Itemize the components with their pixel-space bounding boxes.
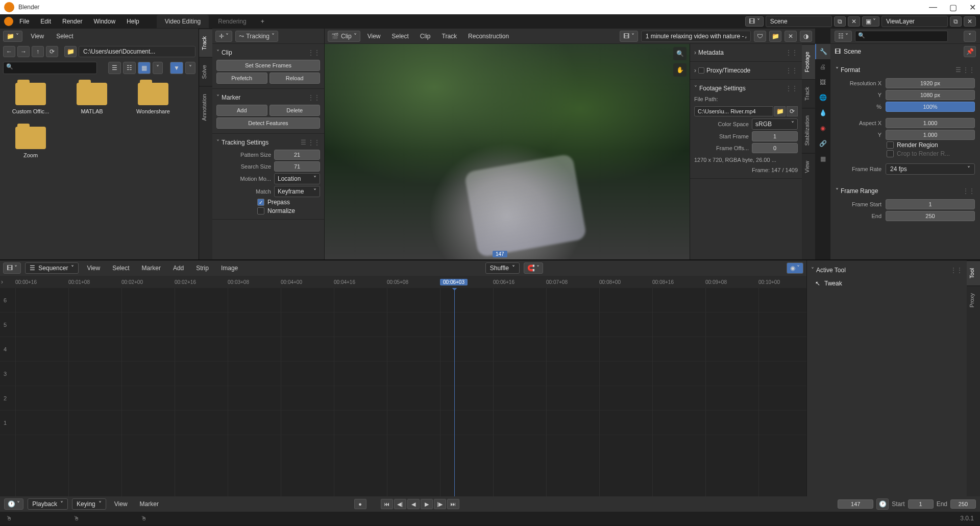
add-workspace-button[interactable]: + xyxy=(256,16,270,27)
menu-window[interactable]: Window xyxy=(88,16,120,27)
ptab-output-icon[interactable]: 🖨 xyxy=(815,59,830,75)
filebrowser-type-button[interactable]: 📁 ˅ xyxy=(3,31,22,42)
active-tool-hdr[interactable]: ˅Active Tool⋮⋮ xyxy=(811,265,963,276)
track-row[interactable]: 4 xyxy=(0,337,806,362)
video-viewport[interactable]: 🔍 ✋ 147 xyxy=(325,44,690,259)
clip-type-button[interactable]: ✛ ˅ xyxy=(215,31,232,42)
seq-type-button[interactable]: 🎞 ˅ xyxy=(3,262,21,274)
ptab-red-icon[interactable]: ◉ xyxy=(815,121,830,136)
ptab-constraint-icon[interactable]: 🔗 xyxy=(815,136,830,151)
sequencer-tracks[interactable]: 654321 xyxy=(0,288,806,496)
folder-item[interactable]: MATLAB xyxy=(67,83,116,114)
seq-add[interactable]: Add xyxy=(169,262,188,274)
props-type-button[interactable]: ☷ ˅ xyxy=(835,31,852,42)
track-row[interactable]: 1 xyxy=(0,411,806,435)
pan-icon[interactable]: ✋ xyxy=(673,63,687,77)
frame-start-field[interactable]: 1 xyxy=(886,199,975,209)
view-layer-input[interactable] xyxy=(881,16,948,27)
colorspace-select[interactable]: sRGB˅ xyxy=(752,118,798,130)
vtab-annotation[interactable]: Annotation xyxy=(199,86,212,128)
display-more-icon[interactable]: ˅ xyxy=(153,62,163,74)
menu-file[interactable]: File xyxy=(14,16,34,27)
autokey-button[interactable]: ● xyxy=(354,499,366,509)
clip-view[interactable]: View xyxy=(363,31,385,42)
nav-forward-icon[interactable]: → xyxy=(17,46,30,57)
res-x-field[interactable]: 1920 px xyxy=(886,78,975,88)
scene-new-button[interactable]: ⧉ xyxy=(834,16,846,27)
marker-delete-button[interactable]: Delete xyxy=(270,105,321,116)
prefetch-button[interactable]: Prefetch xyxy=(216,73,267,84)
motion-select[interactable]: Location˅ xyxy=(274,173,320,184)
scene-browse-button[interactable]: 🎞 ˅ xyxy=(745,16,763,27)
pct-field[interactable]: 100% xyxy=(886,102,975,112)
ptab-scene-icon[interactable]: 🌐 xyxy=(815,90,830,105)
app-icon[interactable] xyxy=(4,17,13,26)
startframe-field[interactable]: 1 xyxy=(752,131,798,141)
track-row[interactable]: 3 xyxy=(0,362,806,386)
seq-snap-button[interactable]: 🧲 ˅ xyxy=(524,262,543,274)
vtab-footage[interactable]: Footage xyxy=(802,44,815,79)
vtab-track[interactable]: Track xyxy=(199,29,212,57)
tracking-section-hdr[interactable]: ˅Tracking Settings☰ ⋮⋮ xyxy=(216,137,320,148)
display-detail-icon[interactable]: ☷ xyxy=(123,62,136,74)
seq-mode-select[interactable]: ☰ Sequencer ˅ xyxy=(25,262,79,274)
frame-range-hdr[interactable]: ˅Frame Range⋮⋮ xyxy=(836,184,975,198)
preview-range-icon[interactable]: 🕐 xyxy=(876,498,889,510)
clip-track[interactable]: Track xyxy=(438,31,461,42)
clip-reconstruction[interactable]: Reconstruction xyxy=(464,31,513,42)
filter-more-icon[interactable]: ˅ xyxy=(185,62,195,74)
start-frame-field[interactable]: 1 xyxy=(908,499,934,509)
seq-marker[interactable]: Marker xyxy=(138,262,165,274)
clip-unlink-icon[interactable]: ✕ xyxy=(785,31,797,42)
keying-menu[interactable]: Keying ˅ xyxy=(72,498,106,510)
props-search-input[interactable] xyxy=(855,31,948,42)
zoom-icon[interactable]: 🔍 xyxy=(673,47,687,60)
fb-search-input[interactable] xyxy=(3,62,97,74)
nav-refresh-icon[interactable]: ⟳ xyxy=(46,46,58,57)
proxy-hdr[interactable]: ›Proxy/Timecode⋮⋮ xyxy=(694,65,798,76)
minimize-icon[interactable]: — xyxy=(929,3,937,12)
detect-features-button[interactable]: Detect Features xyxy=(216,117,320,129)
layer-delete-button[interactable]: ✕ xyxy=(964,16,976,27)
marker-add-button[interactable]: Add xyxy=(216,105,267,116)
play-icon[interactable]: ▶ xyxy=(421,499,433,509)
keyframe-next-icon[interactable]: |▶ xyxy=(434,499,446,509)
clip-section-hdr[interactable]: ˅Clip⋮⋮ xyxy=(216,47,320,58)
vtab-track-r[interactable]: Track xyxy=(802,79,815,108)
prepass-checkbox[interactable] xyxy=(257,199,264,206)
props-options-icon[interactable]: ˅ xyxy=(964,31,976,42)
timeline-ruler[interactable]: › 00:00+1600:01+0800:02+0000:02+1600:03+… xyxy=(0,276,806,288)
filepath-input[interactable] xyxy=(694,106,773,116)
menu-help[interactable]: Help xyxy=(121,16,144,27)
format-hdr[interactable]: ˅Format☰ ⋮⋮ xyxy=(836,63,975,77)
vtab-view-r[interactable]: View xyxy=(802,153,815,180)
playhead[interactable] xyxy=(454,288,455,496)
tab-rendering[interactable]: Rendering xyxy=(210,15,254,28)
metadata-hdr[interactable]: ›Metadata⋮⋮ xyxy=(694,47,798,58)
clip-users-button[interactable]: 🛡 xyxy=(754,31,766,42)
track-row[interactable]: 2 xyxy=(0,386,806,411)
folder-item[interactable]: Wondershare xyxy=(129,83,178,114)
display-grid-icon[interactable]: ▦ xyxy=(138,62,151,74)
vtab-proxy[interactable]: Proxy xyxy=(967,285,980,315)
vtab-stabilization[interactable]: Stabilization xyxy=(802,108,815,153)
layer-new-button[interactable]: ⧉ xyxy=(950,16,962,27)
proxy-checkbox[interactable] xyxy=(698,67,704,74)
vtab-solve[interactable]: Solve xyxy=(199,57,212,86)
clip-display-button[interactable]: 🎬 Clip ˅ xyxy=(328,31,360,42)
nav-back-icon[interactable]: ← xyxy=(3,46,15,57)
set-scene-frames-button[interactable]: Set Scene Frames xyxy=(216,60,320,71)
tracking-mode-button[interactable]: ⤳ Tracking ˅ xyxy=(235,31,278,42)
jump-start-icon[interactable]: ⏮ xyxy=(381,499,393,509)
seq-view[interactable]: View xyxy=(83,262,104,274)
track-row[interactable]: 6 xyxy=(0,288,806,313)
frame-end-field[interactable]: 250 xyxy=(886,211,975,221)
ptab-texture-icon[interactable]: ▦ xyxy=(815,151,830,166)
frameoffs-field[interactable]: 0 xyxy=(752,143,798,153)
seq-overlay-button[interactable]: ◉ ˅ xyxy=(787,262,803,274)
keyframe-prev-icon[interactable]: ◀| xyxy=(394,499,406,509)
menu-render[interactable]: Render xyxy=(57,16,87,27)
ptab-view-icon[interactable]: 🖼 xyxy=(815,75,830,90)
filter-icon[interactable]: ▼ xyxy=(170,62,183,74)
footage-hdr[interactable]: ˅Footage Settings⋮⋮ xyxy=(694,83,798,94)
